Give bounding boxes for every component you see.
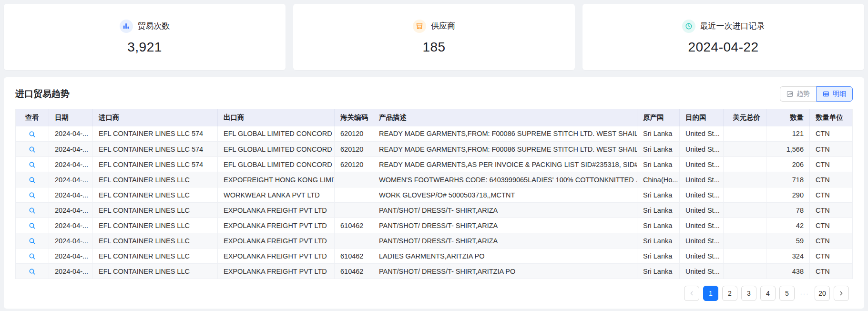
cell-hs-code: 620120: [335, 126, 373, 142]
cell-unit: CTN: [810, 203, 853, 218]
cell-exporter: EFL GLOBAL LIMITED CONCORD: [218, 126, 335, 142]
table-row: 2024-04-... EFL CONTAINER LINES LLC WORK…: [16, 187, 853, 203]
view-toggle: 趋势 明细: [780, 86, 853, 102]
panel-header: 进口贸易趋势 趋势 明细: [15, 86, 853, 102]
table-row: 2024-04-... EFL CONTAINER LINES LLC EXPO…: [16, 264, 853, 279]
view-search-icon[interactable]: [29, 176, 36, 184]
cell-destination: United St...: [680, 172, 724, 187]
cell-usd-total: [724, 203, 766, 218]
cell-importer: EFL CONTAINER LINES LLC: [93, 218, 218, 233]
cell-date: 2024-04-...: [49, 264, 93, 279]
col-importer: 进口商: [93, 109, 218, 126]
cell-hs-code: [335, 172, 373, 187]
cell-importer: EFL CONTAINER LINES LLC: [93, 233, 218, 249]
cell-exporter: EXPOLANKA FREIGHT PVT LTD: [218, 218, 335, 233]
prev-page-button[interactable]: [684, 286, 699, 301]
cell-description: READY MADE GARMENTS,AS PER INVOICE & PAC…: [373, 157, 637, 172]
view-search-icon[interactable]: [29, 253, 36, 260]
table-row: 2024-04-... EFL CONTAINER LINES LLC 574 …: [16, 157, 853, 172]
view-search-icon[interactable]: [29, 238, 36, 245]
import-trend-panel: 进口贸易趋势 趋势 明细: [4, 77, 864, 309]
cell-description: PANT/SHOT/ DRESS/T- SHIRT,ARITZIA PO: [373, 264, 637, 279]
import-records-table: 查看 日期 进口商 出口商 海关编码 产品描述 原产国 目的国 美元总价 数量 …: [15, 109, 853, 279]
view-search-icon[interactable]: [29, 268, 36, 275]
view-search-icon[interactable]: [29, 222, 36, 229]
cell-exporter: EXPOLANKA FREIGHT PVT LTD: [218, 264, 335, 279]
cell-destination: United St...: [680, 264, 724, 279]
tab-trend[interactable]: 趋势: [780, 86, 816, 102]
cell-date: 2024-04-...: [49, 249, 93, 264]
view-search-icon[interactable]: [29, 192, 36, 199]
cell-quantity: 206: [766, 157, 810, 172]
cell-importer: EFL CONTAINER LINES LLC: [93, 203, 218, 218]
view-search-icon[interactable]: [29, 161, 36, 168]
stat-card-trade-count: 贸易次数 3,921: [4, 4, 286, 70]
cell-quantity: 121: [766, 126, 810, 142]
cell-quantity: 42: [766, 218, 810, 233]
cell-description: READY MADE GARMENTS,FROM: F00086 SUPREME…: [373, 126, 637, 142]
stat-card-suppliers: 供应商 185: [293, 4, 575, 70]
cell-destination: United St...: [680, 233, 724, 249]
cell-date: 2024-04-...: [49, 187, 93, 203]
cell-origin: Sri Lanka: [637, 187, 680, 203]
cell-hs-code: 620120: [335, 157, 373, 172]
pagination-ellipsis: ···: [798, 290, 811, 297]
table-grid-icon: [823, 91, 829, 97]
cell-hs-code: [335, 233, 373, 249]
cell-description: WOMEN'S FOOTWEARHS CODE: 6403999065LADIE…: [373, 172, 637, 187]
cell-destination: United St...: [680, 249, 724, 264]
col-description: 产品描述: [373, 109, 637, 126]
page-button-3[interactable]: 3: [741, 286, 756, 301]
table-header-row: 查看 日期 进口商 出口商 海关编码 产品描述 原产国 目的国 美元总价 数量 …: [16, 109, 853, 126]
pagination: 1 2 3 4 5 ··· 20: [15, 286, 853, 301]
cell-date: 2024-04-...: [49, 126, 93, 142]
cell-exporter: EFL GLOBAL LIMITED CONCORD: [218, 157, 335, 172]
view-search-icon[interactable]: [29, 207, 36, 214]
view-search-icon[interactable]: [29, 131, 36, 138]
col-exporter: 出口商: [218, 109, 335, 126]
stat-cards-row: 贸易次数 3,921 供应商 185: [0, 0, 868, 70]
cell-description: PANT/SHOT/ DRESS/T- SHIRT,ARIZA: [373, 218, 637, 233]
col-origin: 原产国: [637, 109, 680, 126]
view-search-icon[interactable]: [29, 146, 36, 153]
col-unit: 数量单位: [810, 109, 853, 126]
stat-card-value: 2024-04-22: [688, 40, 758, 55]
cell-date: 2024-04-...: [49, 203, 93, 218]
table-row: 2024-04-... EFL CONTAINER LINES LLC EXPO…: [16, 172, 853, 187]
page-button-1[interactable]: 1: [703, 286, 718, 301]
cell-importer: EFL CONTAINER LINES LLC: [93, 264, 218, 279]
page-button-4[interactable]: 4: [760, 286, 776, 301]
tab-detail[interactable]: 明细: [816, 86, 853, 102]
cell-date: 2024-04-...: [49, 172, 93, 187]
cell-origin: Sri Lanka: [637, 264, 680, 279]
page-button-5[interactable]: 5: [779, 286, 795, 301]
cell-usd-total: [724, 264, 766, 279]
cell-date: 2024-04-...: [49, 157, 93, 172]
cell-usd-total: [724, 233, 766, 249]
cell-hs-code: 610462: [335, 218, 373, 233]
cell-usd-total: [724, 126, 766, 142]
next-page-button[interactable]: [834, 286, 849, 301]
cell-importer: EFL CONTAINER LINES LLC 574: [93, 126, 218, 142]
cell-exporter: EFL GLOBAL LIMITED CONCORD: [218, 142, 335, 157]
tab-trend-label: 趋势: [797, 90, 810, 98]
cell-date: 2024-04-...: [49, 233, 93, 249]
cell-exporter: EXPOFREIGHT HONG KONG LIMITED: [218, 172, 335, 187]
page-button-2[interactable]: 2: [722, 286, 737, 301]
cell-unit: CTN: [810, 142, 853, 157]
cell-unit: CTN: [810, 187, 853, 203]
col-view: 查看: [16, 109, 49, 126]
cell-usd-total: [724, 187, 766, 203]
cell-quantity: 438: [766, 264, 810, 279]
cell-exporter: EXPOLANKA FREIGHT PVT LTD: [218, 233, 335, 249]
cell-unit: CTN: [810, 172, 853, 187]
cell-date: 2024-04-...: [49, 142, 93, 157]
cell-destination: United St...: [680, 218, 724, 233]
cell-origin: Sri Lanka: [637, 157, 680, 172]
cell-usd-total: [724, 142, 766, 157]
chevron-left-icon: [689, 290, 694, 296]
cell-importer: EFL CONTAINER LINES LLC 574: [93, 157, 218, 172]
cell-unit: CTN: [810, 218, 853, 233]
page-button-20[interactable]: 20: [815, 286, 830, 301]
line-chart-icon: [786, 91, 793, 97]
